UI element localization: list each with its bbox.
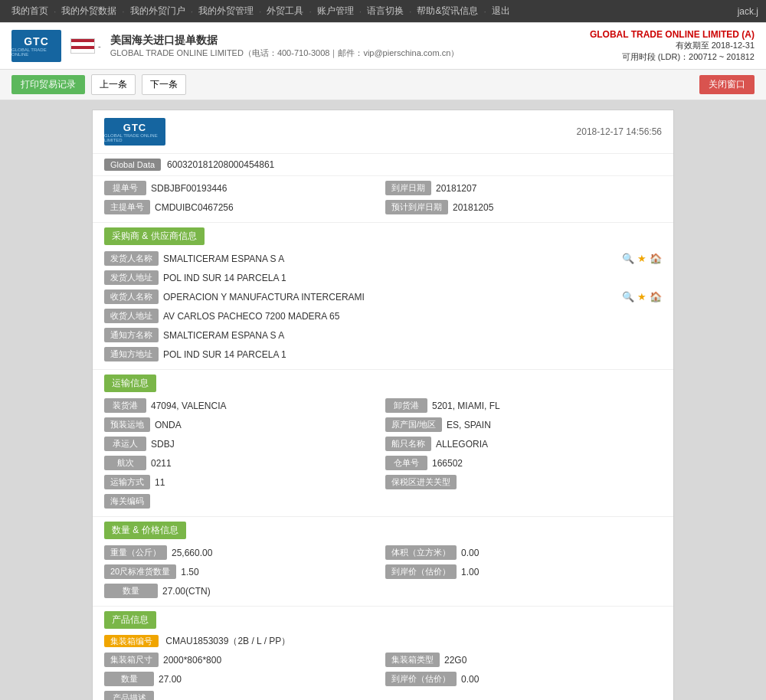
shipper-addr-value: POL IND SUR 14 PARCELA 1 (163, 273, 286, 283)
page-title-area: 美国海关进口提单数据 GLOBAL TRADE ONLINE LIMITED（电… (110, 34, 460, 59)
logo: GTC GLOBAL TRADE ONLINE (11, 30, 61, 62)
nav-tools[interactable]: 外贸工具 (263, 3, 307, 19)
print-button-top[interactable]: 打印贸易记录 (11, 75, 85, 94)
shipper-name-value: SMALTICERAM ESPANA S A (163, 254, 617, 264)
std20-value: 1.50 (181, 567, 198, 577)
header-right: GLOBAL TRADE ONLINE LIMITED (A) 有效期至 201… (590, 29, 755, 63)
page-subtitle: GLOBAL TRADE ONLINE LIMITED（电话：400-710-3… (110, 47, 460, 59)
bonded-label: 保税区进关关型 (385, 475, 457, 489)
nav-portal[interactable]: 我的外贸门户 (126, 3, 189, 19)
origin-port-label: 装货港 (104, 398, 146, 413)
origin-country-value: ES, SPAIN (447, 420, 491, 430)
arrival-date-label: 到岸日期 (385, 181, 431, 195)
page-title: 美国海关进口提单数据 (110, 34, 460, 47)
master-bill-label: 主提单号 (104, 200, 150, 214)
voyage-value: 0211 (151, 458, 172, 469)
transport-mode-value: 11 (155, 477, 165, 488)
search-icon-consignee[interactable]: 🔍 (622, 291, 634, 303)
dest-port-value: 5201, MIAMI, FL (432, 401, 500, 411)
pre-transport-label: 预装运地 (104, 417, 150, 432)
arrival-price-label: 到岸价（估价） (385, 564, 457, 579)
container-type-value: 22G0 (444, 655, 466, 666)
consignee-addr-label: 收货人地址 (104, 309, 159, 323)
container-size-label: 集装箱尺寸 (104, 653, 159, 667)
vessel-value: ALLEGORIA (436, 439, 488, 450)
vessel-label: 船只名称 (385, 437, 431, 451)
carrier-label: 承运人 (104, 437, 146, 451)
nav-manage[interactable]: 我的外贸管理 (195, 3, 257, 19)
product-price-value: 0.00 (461, 674, 479, 685)
std20-label: 20尺标准货数量 (104, 564, 176, 579)
bill-no-label: 提单号 (104, 181, 146, 195)
dest-port-label: 卸货港 (385, 398, 427, 413)
product-title: 产品信息 (104, 611, 156, 629)
shipper-addr-label: 发货人地址 (104, 270, 159, 285)
master-bill-value: CMDUIBC0467256 (155, 202, 234, 213)
carrier-value: SDBJ (151, 439, 175, 450)
arrival-price-value: 1.00 (461, 567, 479, 577)
container-no-value: CMAU1853039（2B / L / PP） (165, 636, 290, 646)
validity-text: 有效期至 2018-12-31 (590, 40, 755, 51)
warehouse-value: 166502 (432, 458, 463, 469)
home-icon-consignee[interactable]: 🏠 (650, 291, 662, 303)
flag-area: - (70, 38, 101, 54)
home-icon-shipper[interactable]: 🏠 (650, 253, 662, 264)
star-icon-shipper[interactable]: ★ (637, 253, 647, 264)
product-qty-label: 数量 (104, 672, 154, 686)
transport-mode-label: 运输方式 (104, 475, 150, 489)
qty-value: 27.00(CTN) (162, 586, 211, 597)
notify-name-value: SMALTICERAM ESPANA S A (163, 330, 284, 341)
product-qty-value: 27.00 (159, 674, 182, 685)
est-arrival-value: 20181205 (453, 202, 493, 213)
consignee-name-label: 收货人名称 (104, 289, 159, 304)
nav-data[interactable]: 我的外贸数据 (57, 3, 120, 19)
nav-account[interactable]: 账户管理 (313, 3, 358, 19)
notify-addr-value: POL IND SUR 14 PARCELA 1 (163, 349, 286, 360)
buyer-supplier-title: 采购商 & 供应商信息 (104, 227, 205, 245)
nav-help[interactable]: 帮助&贸讯信息 (413, 3, 482, 19)
notify-name-label: 通知方名称 (104, 328, 159, 342)
next-button-top[interactable]: 下一条 (142, 74, 186, 95)
product-price-label: 到岸价（估价） (385, 672, 457, 686)
customs-code-label: 海关编码 (104, 494, 150, 509)
shipper-name-label: 发货人名称 (104, 251, 159, 266)
pre-transport-value: ONDA (155, 420, 182, 430)
qty-price-title: 数量 & 价格信息 (104, 522, 186, 539)
weight-value: 25,660.00 (172, 548, 212, 558)
transport-title: 运输信息 (104, 375, 156, 392)
arrival-date-value: 20181207 (436, 183, 476, 194)
company-name-right: GLOBAL TRADE ONLINE LIMITED (A) (590, 29, 755, 40)
record-datetime: 2018-12-17 14:56:56 (577, 126, 662, 137)
weight-label: 重量（公斤） (104, 545, 167, 560)
nav-home[interactable]: 我的首页 (8, 3, 52, 19)
user-name: jack.j (738, 6, 758, 17)
est-arrival-label: 预计到岸日期 (385, 200, 448, 214)
nav-language[interactable]: 语言切换 (363, 3, 408, 19)
container-type-label: 集装箱类型 (385, 653, 440, 667)
period-text: 可用时段 (LDR)：200712 ~ 201812 (590, 51, 755, 63)
voyage-label: 航次 (104, 456, 146, 470)
search-icon-shipper[interactable]: 🔍 (622, 253, 634, 264)
container-no-label: 集装箱编号 (104, 635, 159, 647)
origin-country-label: 原产国/地区 (385, 417, 442, 432)
consignee-addr-value: AV CARLOS PACHECO 7200 MADERA 65 (163, 311, 339, 322)
card-logo: GTC GLOBAL TRADE ONLINE LIMITED (104, 118, 165, 146)
warehouse-label: 仓单号 (385, 456, 427, 470)
bill-no-value: SDBJBF00193446 (151, 183, 227, 194)
global-data-badge: Global Data (104, 159, 161, 171)
consignee-name-value: OPERACION Y MANUFACTURA INTERCERAMI (163, 292, 617, 303)
global-data-value: 600320181208000454861 (167, 159, 274, 170)
close-button-top[interactable]: 关闭窗口 (699, 75, 755, 94)
container-size-value: 2000*806*800 (163, 655, 221, 666)
notify-addr-label: 通知方地址 (104, 347, 159, 361)
volume-value: 0.00 (461, 548, 479, 558)
nav-logout[interactable]: 退出 (488, 3, 514, 19)
product-desc-label: 产品描述 (104, 691, 154, 700)
prev-button-top[interactable]: 上一条 (91, 74, 136, 95)
qty-label: 数量 (104, 584, 158, 598)
volume-label: 体积（立方米） (385, 545, 457, 560)
origin-port-value: 47094, VALENCIA (151, 401, 227, 411)
star-icon-consignee[interactable]: ★ (637, 291, 647, 303)
